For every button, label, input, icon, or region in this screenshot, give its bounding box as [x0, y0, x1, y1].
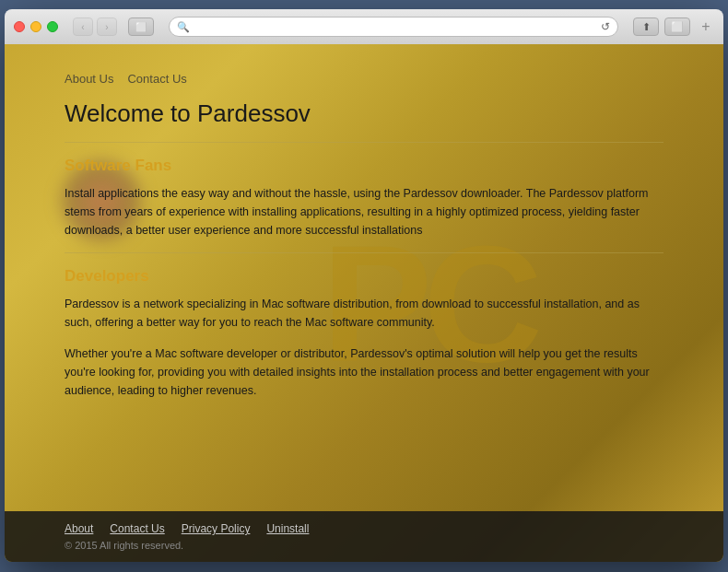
maximize-button[interactable]: [47, 21, 58, 32]
top-nav-about[interactable]: About Us: [65, 72, 113, 86]
new-tab-button[interactable]: ⬜: [664, 18, 690, 36]
footer-contact-link[interactable]: Contact Us: [110, 522, 164, 535]
add-tab-button[interactable]: +: [698, 18, 714, 35]
share-button[interactable]: ⬆: [633, 18, 659, 36]
footer: About Contact Us Privacy Policy Uninstal…: [5, 511, 723, 562]
minimize-button[interactable]: [30, 21, 41, 32]
address-bar[interactable]: 🔍 ↺: [169, 17, 618, 37]
footer-links: About Contact Us Privacy Policy Uninstal…: [65, 522, 663, 535]
top-nav-contact[interactable]: Contact Us: [127, 72, 186, 86]
top-navigation: About Us Contact Us: [65, 72, 663, 86]
footer-privacy-link[interactable]: Privacy Policy: [182, 522, 251, 535]
browser-window: ‹ › ⬜ 🔍 ↺ ⬆ ⬜ + PC: [5, 9, 723, 562]
software-fans-heading: Software Fans: [65, 157, 663, 175]
new-tab-icon: ⬜: [671, 21, 684, 33]
plus-icon: +: [701, 18, 710, 35]
divider-1: [65, 142, 663, 143]
nav-buttons: ‹ ›: [73, 18, 117, 36]
titlebar: ‹ › ⬜ 🔍 ↺ ⬆ ⬜ +: [5, 9, 723, 44]
footer-copyright: © 2015 All rights reserved.: [65, 540, 663, 551]
search-icon: 🔍: [177, 21, 190, 33]
back-button[interactable]: ‹: [73, 18, 93, 36]
share-icon: ⬆: [642, 21, 651, 33]
forward-icon: ›: [105, 22, 108, 32]
view-button[interactable]: ⬜: [128, 18, 154, 36]
page-title: Welcome to Pardessov: [65, 99, 663, 128]
developers-text-2: Whether you're a Mac software developer …: [65, 344, 663, 400]
developers-text-1: Pardessov is a network specializing in M…: [65, 295, 663, 332]
toolbar-right: ⬆ ⬜ +: [633, 18, 714, 36]
view-icon: ⬜: [135, 22, 147, 32]
developers-heading: Developers: [65, 267, 663, 286]
footer-about-link[interactable]: About: [65, 522, 93, 535]
reload-icon[interactable]: ↺: [601, 20, 610, 33]
close-button[interactable]: [14, 21, 25, 32]
software-fans-text: Install applications the easy way and wi…: [65, 184, 663, 239]
divider-2: [65, 252, 663, 253]
webpage: PC About Us Contact Us Welcome to Pardes…: [5, 44, 723, 562]
footer-uninstall-link[interactable]: Uninstall: [266, 522, 309, 535]
content-area: About Us Contact Us Welcome to Pardessov…: [5, 44, 723, 562]
traffic-lights: [14, 21, 58, 32]
forward-button[interactable]: ›: [97, 18, 117, 36]
back-icon: ‹: [81, 22, 84, 32]
